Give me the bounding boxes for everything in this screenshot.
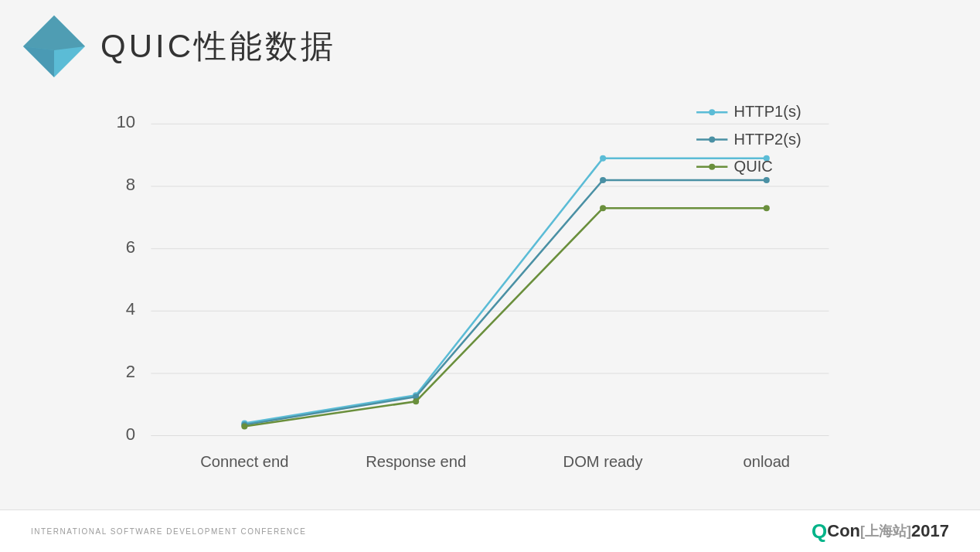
page-title: QUIC性能数据 [100, 25, 336, 68]
legend-dot-quic [709, 164, 715, 170]
footer-brand-year: 2017 [911, 521, 949, 541]
quic-dot-3 [600, 205, 606, 211]
svg-marker-2 [23, 46, 54, 77]
y-label-4: 4 [126, 299, 135, 319]
slide: QUIC性能数据 0 2 4 6 8 10 Connect end Respon… [0, 0, 980, 552]
http1-line [244, 158, 766, 424]
legend-dot-http2 [709, 136, 715, 142]
legend-dot-http1 [709, 109, 715, 115]
legend-label-http2: HTTP2(s) [733, 131, 801, 148]
footer-brand-con: Con [827, 521, 860, 541]
legend-label-quic: QUIC [733, 158, 772, 175]
y-label-2: 2 [126, 362, 135, 381]
svg-marker-1 [23, 15, 85, 50]
http2-line [244, 180, 766, 425]
quic-line [244, 208, 766, 426]
http2-dot-4 [764, 177, 770, 183]
footer-brand-location: [上海站] [860, 522, 911, 540]
x-label-dom: DOM ready [563, 453, 644, 470]
chart-container: 0 2 4 6 8 10 Connect end Response end DO… [62, 93, 934, 475]
quic-dot-4 [764, 205, 770, 211]
footer-conference-name: INTERNATIONAL SOFTWARE DEVELOPMENT CONFE… [31, 527, 306, 536]
logo-icon [23, 15, 85, 77]
footer-brand: Q Con [上海站] 2017 [812, 520, 949, 543]
x-label-onload: onload [744, 453, 791, 470]
http2-dot-3 [600, 177, 606, 183]
legend-label-http1: HTTP1(s) [733, 103, 801, 120]
y-label-8: 8 [126, 175, 135, 194]
chart-svg: 0 2 4 6 8 10 Connect end Response end DO… [62, 93, 934, 475]
y-label-0: 0 [126, 424, 135, 444]
quic-dot-2 [413, 398, 419, 404]
http1-dot-3 [600, 155, 606, 162]
y-label-10: 10 [117, 112, 136, 131]
footer: INTERNATIONAL SOFTWARE DEVELOPMENT CONFE… [0, 509, 980, 552]
footer-brand-q: Q [812, 520, 827, 543]
quic-dot-1 [241, 423, 247, 429]
header: QUIC性能数据 [0, 0, 980, 85]
x-label-connect: Connect end [200, 453, 288, 470]
y-label-6: 6 [126, 237, 135, 257]
x-label-response: Response end [366, 453, 466, 470]
